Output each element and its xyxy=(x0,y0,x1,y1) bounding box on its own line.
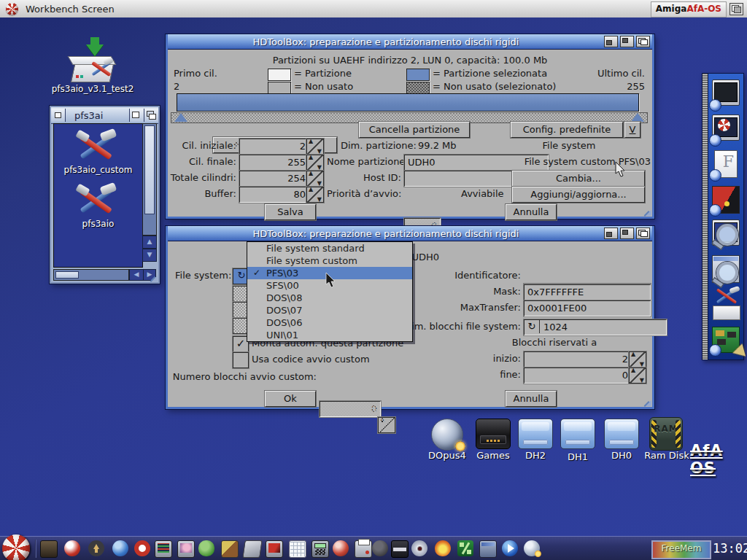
save-button[interactable]: Salva xyxy=(265,204,316,220)
cd-icon[interactable] xyxy=(411,540,427,556)
lifesaver-icon[interactable] xyxy=(134,540,150,556)
menu-item-fs-standard[interactable]: File system standard xyxy=(247,242,412,254)
scroll-left-icon[interactable]: ◀ xyxy=(129,269,144,281)
pfs3aio-custom-icon[interactable] xyxy=(76,130,117,165)
red-sphere-icon[interactable] xyxy=(333,540,349,556)
add-update-button[interactable]: Aggiungi/aggiorna... xyxy=(512,187,645,203)
boing-monitor-icon[interactable] xyxy=(711,114,741,145)
blocksize-field[interactable]: 1024 xyxy=(524,319,667,335)
desktop-icon-pfs3aio-archive[interactable]: pfs3aio_v3.1_test2 xyxy=(60,40,125,97)
dock-item-dh0[interactable]: DH0 xyxy=(601,417,642,464)
menu-item-dos07[interactable]: DOS\07 xyxy=(247,304,412,316)
dock-item-dh1[interactable]: DH1 xyxy=(557,417,598,464)
upload-globe-icon[interactable] xyxy=(88,540,104,556)
close-gadget-icon[interactable] xyxy=(51,109,66,122)
maxtransfer-field[interactable]: 0x0001FE00 xyxy=(524,300,651,316)
custom-bootcode-checkbox[interactable] xyxy=(233,352,249,368)
sound-card-icon[interactable] xyxy=(711,324,741,355)
zoom-gadget-icon[interactable] xyxy=(129,109,144,122)
cancel-button[interactable]: Annulla xyxy=(506,204,557,220)
partition-bar-selected[interactable] xyxy=(177,93,639,112)
iconify-gadget-icon[interactable] xyxy=(604,228,618,239)
window-titlebar[interactable]: HDToolBox: preparazione e partizionament… xyxy=(168,34,652,50)
fonts-icon[interactable] xyxy=(711,149,741,180)
zoom-gadget-icon[interactable] xyxy=(620,36,634,47)
pfs3ai-titlebar[interactable]: pfs3ai xyxy=(51,107,158,124)
display-prefs-icon[interactable] xyxy=(711,79,741,110)
end-cyl-field[interactable]: 255 xyxy=(239,155,309,171)
mask-field[interactable]: 0x7FFFFFFE xyxy=(524,284,651,300)
window-titlebar[interactable]: HDToolBox: preparazione e partizionament… xyxy=(168,226,652,241)
begin-field[interactable]: 2 xyxy=(524,351,632,368)
pfs3aio-icon[interactable] xyxy=(76,184,117,219)
zoom-gadget-icon[interactable] xyxy=(620,228,634,239)
app-window-icon[interactable] xyxy=(479,540,497,558)
reserved-blocks-label: Blocchi riservati a xyxy=(474,335,635,350)
brand-badge: AmigaAfA-OS xyxy=(651,1,727,18)
disk-tools-icon[interactable] xyxy=(711,289,741,320)
spreadsheet-icon[interactable] xyxy=(289,540,306,558)
screens-prefs-icon[interactable] xyxy=(155,540,172,558)
partition-header: Partizioni su UAEHF indirizzo 2, LUN 0, … xyxy=(168,53,652,68)
iconify-gadget-icon[interactable] xyxy=(604,36,618,47)
dock-item-dh2[interactable]: DH2 xyxy=(515,417,556,464)
total-cyl-stepper[interactable] xyxy=(306,171,324,187)
paint-tools-icon[interactable] xyxy=(221,540,239,558)
cancel-button[interactable]: Annulla xyxy=(506,391,557,407)
screen-depth-gadget[interactable] xyxy=(729,3,743,15)
monitor-photo-icon[interactable] xyxy=(177,540,195,558)
video-monitor-icon[interactable] xyxy=(266,540,283,558)
begin-stepper[interactable] xyxy=(629,351,646,368)
percent-icon[interactable] xyxy=(457,540,473,556)
total-cyl-field[interactable]: 254 xyxy=(239,171,309,187)
menu-item-dos06[interactable]: DOS\06 xyxy=(247,316,412,329)
horizontal-scrollbar[interactable] xyxy=(53,269,129,281)
start-boing-ball-icon[interactable] xyxy=(2,534,30,560)
resize-gadget-icon[interactable] xyxy=(642,397,651,406)
delete-partition-button[interactable]: Cancella partizione xyxy=(359,122,470,138)
menu-item-fs-custom[interactable]: File system custom xyxy=(247,254,412,267)
ok-button[interactable]: Ok xyxy=(265,391,316,407)
depth-gadget-icon[interactable] xyxy=(636,36,650,47)
buffer-field[interactable]: 80 xyxy=(239,187,309,203)
start-cyl-stepper[interactable] xyxy=(306,139,324,155)
dock-drag-handle[interactable] xyxy=(703,74,708,359)
dock-item-dopus4[interactable]: DOpus4 xyxy=(427,417,468,464)
start-cyl-field[interactable]: 2 xyxy=(239,139,309,155)
menu-item-uni01[interactable]: UNI\01 xyxy=(247,329,412,341)
depth-gadget-icon[interactable] xyxy=(144,109,158,122)
media-play-icon[interactable] xyxy=(502,540,518,556)
gui-pill-icon[interactable] xyxy=(198,540,214,556)
menu-item-dos08[interactable]: DOS\08 xyxy=(247,292,412,304)
screen-magnifier-icon[interactable] xyxy=(711,219,741,250)
end-stepper[interactable] xyxy=(629,368,646,384)
afa-ball-icon[interactable] xyxy=(64,540,80,556)
printer-icon[interactable] xyxy=(355,540,372,558)
end-field[interactable]: 0 xyxy=(524,368,632,384)
vertical-scrollbar[interactable] xyxy=(142,123,157,236)
end-cyl-stepper[interactable] xyxy=(306,155,324,171)
scroll-down-icon[interactable]: ▼ xyxy=(142,249,157,262)
blocksize-cycle-icon[interactable]: ↻ xyxy=(525,320,540,333)
depth-gadget-icon[interactable] xyxy=(636,228,650,239)
dock-item-ramdisk[interactable]: RAM Ram Disk xyxy=(645,416,689,464)
bomb-icon[interactable] xyxy=(435,540,451,556)
default-config-button[interactable]: Config. predefinite xyxy=(511,122,623,138)
dock-item-games[interactable]: Games xyxy=(473,417,514,464)
scanner-icon[interactable] xyxy=(242,540,262,558)
default-config-dropdown-button[interactable]: V xyxy=(624,122,640,138)
freemem-gauge[interactable]: FreeMem xyxy=(651,540,711,559)
drawer-icon[interactable] xyxy=(40,540,58,558)
web-globe-icon[interactable] xyxy=(112,540,128,556)
speaker-icon[interactable] xyxy=(372,540,388,556)
window-magnifier-icon[interactable] xyxy=(711,254,741,285)
picasso-image-icon[interactable] xyxy=(711,184,741,215)
scroll-up-icon[interactable]: ▲ xyxy=(142,236,157,249)
audio-onair-icon[interactable] xyxy=(391,540,409,558)
host-id-field[interactable]: 7 xyxy=(404,171,530,187)
calculator-icon[interactable] xyxy=(311,540,329,558)
dopus-sphere-icon[interactable] xyxy=(524,540,540,556)
resize-gadget-icon[interactable] xyxy=(148,272,158,281)
buffer-stepper[interactable] xyxy=(306,187,324,203)
resize-gadget-icon[interactable] xyxy=(642,206,651,216)
